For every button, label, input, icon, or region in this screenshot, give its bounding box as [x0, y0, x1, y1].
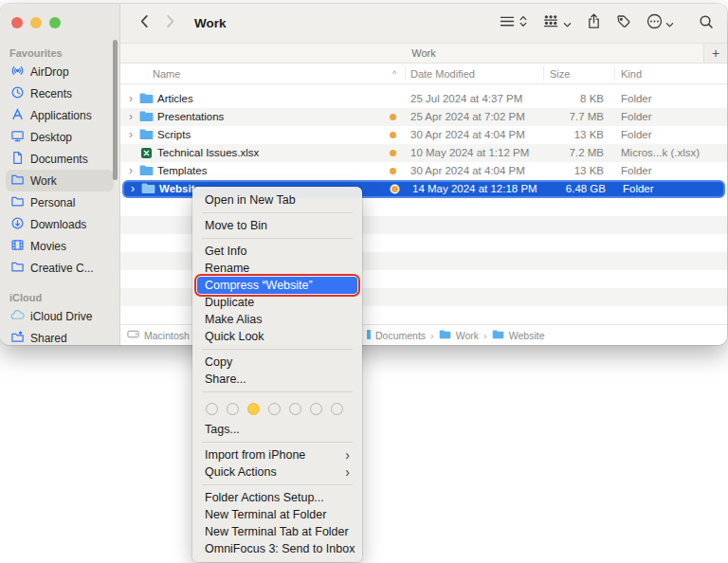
menu-item-copy[interactable]: Copy	[192, 354, 362, 371]
chevron-down-icon	[665, 15, 674, 32]
toolbar: Work	[120, 4, 727, 44]
folder-icon	[139, 129, 154, 142]
menu-separator	[202, 212, 353, 213]
window-title: Work	[194, 16, 227, 30]
sidebar-item-downloads[interactable]: Downloads	[6, 213, 114, 235]
menu-item-duplicate[interactable]: Duplicate	[192, 294, 362, 311]
menu-item-omnifocus-send-to-inbox[interactable]: OmniFocus 3: Send to Inbox	[192, 540, 362, 557]
context-menu: Open in New Tab Move to Bin Get Info Ren…	[192, 187, 362, 562]
sidebar-item-icloud-drive[interactable]: iCloud Drive	[6, 305, 114, 327]
sidebar-item-shared[interactable]: Shared	[6, 327, 114, 345]
search-button[interactable]	[699, 14, 714, 33]
path-item-documents[interactable]: Documents	[375, 330, 426, 341]
menu-item-move-to-bin[interactable]: Move to Bin	[192, 217, 362, 234]
file-row-templates[interactable]: › Templates 30 Apr 2024 at 4:04 PM 13 KB…	[120, 162, 727, 180]
sidebar-item-label: AirDrop	[30, 65, 69, 79]
close-button[interactable]	[11, 17, 23, 28]
menu-item-share[interactable]: Share...	[192, 371, 362, 388]
sidebar-item-label: Work	[30, 174, 57, 188]
sidebar-item-label: Creative C...	[30, 262, 94, 275]
view-options-button[interactable]	[500, 14, 528, 32]
path-item-website[interactable]: Website	[509, 330, 545, 341]
disclosure-chevron-icon[interactable]: ›	[131, 182, 135, 196]
tag-color-circle-yellow[interactable]	[247, 403, 260, 415]
tag-color-circle[interactable]	[227, 403, 239, 415]
tags-button[interactable]	[616, 14, 631, 33]
path-item-disk[interactable]: Macintosh H	[144, 330, 199, 341]
sidebar-item-applications[interactable]: Applications	[6, 104, 114, 126]
sidebar-item-personal[interactable]: Personal	[6, 191, 114, 213]
orange-tag-dot	[390, 168, 396, 174]
sidebar-scrollbar[interactable]	[113, 40, 118, 180]
menu-item-open-in-new-tab[interactable]: Open in New Tab	[192, 191, 362, 209]
sidebar-item-label: Documents	[30, 153, 88, 166]
sidebar-item-label: Shared	[30, 332, 67, 345]
sidebar-item-documents[interactable]: Documents	[6, 148, 114, 170]
tab-work[interactable]: Work	[411, 47, 435, 59]
menu-item-quick-actions[interactable]: Quick Actions ›	[192, 463, 362, 481]
share-button[interactable]	[587, 13, 601, 33]
tab-bar: Work +	[120, 44, 727, 64]
menu-item-make-alias[interactable]: Make Alias	[192, 311, 362, 328]
more-actions-button[interactable]	[646, 13, 674, 33]
disclosure-chevron-icon[interactable]: ›	[129, 162, 133, 180]
orange-tag-dot	[390, 150, 396, 156]
hard-drive-icon	[127, 329, 139, 341]
share-icon	[587, 13, 601, 33]
submenu-arrow-icon: ›	[345, 463, 350, 481]
sidebar-item-creative[interactable]: Creative C...	[6, 257, 114, 279]
disclosure-chevron-icon[interactable]: ›	[129, 126, 133, 144]
menu-separator	[202, 484, 353, 485]
tag-color-circle[interactable]	[310, 403, 322, 415]
disclosure-chevron-icon[interactable]: ›	[129, 108, 133, 126]
folder-icon	[10, 173, 25, 190]
group-button[interactable]	[543, 14, 572, 32]
tag-color-circle[interactable]	[206, 403, 218, 415]
menu-item-new-terminal-at-folder[interactable]: New Terminal at Folder	[192, 506, 362, 523]
sidebar-item-desktop[interactable]: Desktop	[6, 126, 114, 148]
menu-separator	[202, 442, 353, 443]
movies-icon	[10, 238, 25, 255]
sort-ascending-icon: ^	[392, 64, 396, 84]
sidebar-item-work[interactable]: Work	[6, 170, 114, 191]
menu-item-rename[interactable]: Rename	[192, 260, 362, 277]
disclosure-chevron-icon[interactable]: ›	[129, 90, 133, 108]
column-header-date[interactable]: Date Modified	[410, 64, 475, 84]
sidebar-item-recents[interactable]: Recents	[6, 82, 114, 104]
file-row-presentations[interactable]: › Presentations 25 Apr 2024 at 7:02 PM 7…	[120, 108, 727, 126]
tag-icon	[616, 14, 631, 33]
column-divider[interactable]	[405, 66, 406, 81]
column-header-name[interactable]: Name	[153, 64, 180, 84]
menu-item-folder-actions-setup[interactable]: Folder Actions Setup...	[192, 489, 362, 506]
zoom-button[interactable]	[49, 17, 61, 28]
menu-item-new-terminal-tab-at-folder[interactable]: New Terminal Tab at Folder	[192, 523, 362, 540]
new-tab-button[interactable]: +	[703, 44, 727, 63]
menu-item-get-info[interactable]: Get Info	[192, 243, 362, 260]
folder-icon	[141, 183, 155, 196]
menu-item-tags[interactable]: Tags...	[192, 421, 362, 438]
sidebar-item-movies[interactable]: Movies	[6, 235, 114, 257]
tag-color-circle[interactable]	[331, 403, 343, 415]
tag-color-circle[interactable]	[268, 403, 281, 415]
column-divider[interactable]	[543, 66, 544, 81]
file-row-scripts[interactable]: › Scripts 30 Apr 2024 at 4:04 PM 13 KB F…	[120, 126, 727, 144]
file-row-technical-issues[interactable]: Technical Issues.xlsx 10 May 2024 at 1:1…	[120, 144, 727, 162]
back-button[interactable]	[139, 14, 149, 32]
menu-item-import-from-iphone[interactable]: Import from iPhone ›	[192, 446, 362, 463]
column-divider[interactable]	[614, 66, 615, 81]
folder-icon	[10, 260, 25, 277]
column-header-size[interactable]: Size	[550, 64, 570, 84]
sidebar-item-label: Movies	[30, 240, 66, 253]
forward-button[interactable]	[166, 14, 175, 32]
minimize-button[interactable]	[30, 17, 42, 28]
sidebar-item-label: Personal	[30, 196, 75, 209]
sidebar-item-label: Recents	[30, 87, 72, 100]
menu-item-compress[interactable]: Compress “Website”	[197, 277, 357, 294]
file-row-articles[interactable]: › Articles 25 Jul 2024 at 4:37 PM 8 KB F…	[120, 90, 727, 108]
menu-item-quick-look[interactable]: Quick Look	[192, 328, 362, 345]
sidebar-item-airdrop[interactable]: AirDrop	[6, 61, 114, 82]
group-icon	[543, 14, 560, 32]
path-item-work[interactable]: Work	[456, 330, 479, 341]
column-header-kind[interactable]: Kind	[621, 64, 642, 84]
tag-color-circle[interactable]	[289, 403, 301, 415]
